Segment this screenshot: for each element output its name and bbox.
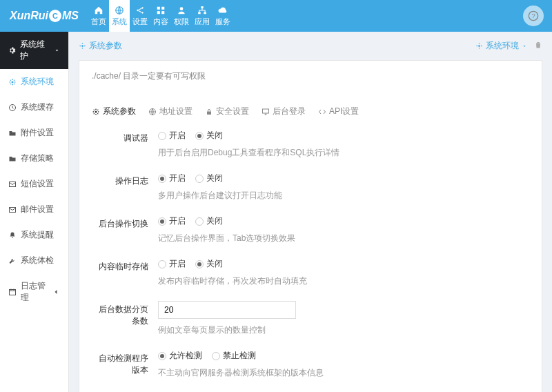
nav-user[interactable]: 权限 xyxy=(171,0,192,32)
code-icon xyxy=(318,108,326,116)
bell-icon xyxy=(8,231,17,239)
gear-icon xyxy=(475,42,483,50)
nav-th[interactable]: 内容 xyxy=(150,0,171,32)
sidebar-header[interactable]: 系统维护 xyxy=(0,32,68,69)
nav-label: 应用 xyxy=(195,17,210,27)
radio-off[interactable]: 关闭 xyxy=(195,215,223,227)
svg-point-21 xyxy=(95,110,97,112)
chevron-down-icon xyxy=(54,47,60,54)
sidebar-item[interactable]: 系统体检 xyxy=(0,248,68,273)
main-panel: ./cache/ 目录一定要有可写权限 系统参数地址设置安全设置后台登录API设… xyxy=(79,60,542,392)
radio-off[interactable]: 关闭 xyxy=(195,130,223,141)
tab-code[interactable]: API设置 xyxy=(318,106,359,117)
hint: 用于后台启用Debug工具查看程序和SQL执行详情 xyxy=(158,147,529,159)
notice-bar: ./cache/ 目录一定要有可写权限 xyxy=(79,61,542,92)
gear-icon xyxy=(79,42,86,50)
radio-off[interactable]: 关闭 xyxy=(195,258,223,270)
breadcrumb[interactable]: 系统参数 xyxy=(79,40,122,52)
sidebar: 系统维护 系统环境系统缓存附件设置存储策略短信设置邮件设置系统提醒系统体检日志管… xyxy=(0,32,69,392)
svg-rect-5 xyxy=(161,6,164,9)
sidebar-item[interactable]: 附件设置 xyxy=(0,120,68,146)
svg-rect-24 xyxy=(263,109,269,113)
radio-on[interactable]: 开启 xyxy=(158,215,186,227)
globe-icon xyxy=(115,6,124,15)
radio-on[interactable]: 允许检测 xyxy=(158,350,202,362)
help-icon: ? xyxy=(528,10,539,21)
cloud-icon xyxy=(218,6,228,15)
nav-label: 首页 xyxy=(91,17,106,27)
tab-globe[interactable]: 地址设置 xyxy=(148,106,193,117)
user-icon xyxy=(177,6,186,15)
hint: 不主动向官网服务器检测系统框架的版本信息 xyxy=(158,367,529,379)
brand-logo: XunRuiCMS xyxy=(0,10,88,22)
nav-share[interactable]: 设置 xyxy=(130,0,150,32)
page-size-input[interactable] xyxy=(158,301,296,319)
svg-point-1 xyxy=(137,9,138,10)
tab-desktop[interactable]: 后台登录 xyxy=(262,106,306,117)
folder-icon xyxy=(8,155,17,163)
sidebar-item[interactable]: 日志管理 xyxy=(0,273,68,311)
svg-rect-18 xyxy=(10,290,16,295)
form-row-fyts: 后台数据分页条数例如文章每页显示的数量控制 xyxy=(92,301,529,343)
form-row-czrz: 操作日志开启关闭多用户操作后台建议打开日志功能 xyxy=(92,173,529,208)
sitemap-icon xyxy=(197,6,207,15)
svg-rect-6 xyxy=(157,11,160,14)
nav-home[interactable]: 首页 xyxy=(88,0,109,32)
sidebar-item[interactable]: 存储策略 xyxy=(0,146,68,171)
nav-label: 服务 xyxy=(215,17,230,27)
env-link[interactable]: 系统环境 xyxy=(475,40,527,52)
content-area: 系统参数 系统环境 ./cache/ 目录一定要有可写权限 系统参数地址设置安全… xyxy=(69,32,552,392)
form-row-lscc: 内容临时存储开启关闭发布内容临时存储，再次发布时自动填充 xyxy=(92,258,529,294)
tab-lock[interactable]: 安全设置 xyxy=(205,106,249,117)
sidebar-item[interactable]: 短信设置 xyxy=(0,171,68,197)
label: 后台数据分页条数 xyxy=(92,301,158,343)
svg-point-8 xyxy=(180,7,184,10)
hint: 多用户操作后台建议打开日志功能 xyxy=(158,190,529,202)
nav-globe[interactable]: 系统 xyxy=(109,0,130,32)
radio-on[interactable]: 开启 xyxy=(158,130,186,141)
trash-button[interactable] xyxy=(534,41,542,51)
radio-on[interactable]: 开启 xyxy=(158,258,186,270)
svg-rect-10 xyxy=(198,12,201,14)
gear-icon xyxy=(8,46,16,55)
svg-point-19 xyxy=(81,45,83,47)
svg-rect-11 xyxy=(204,12,206,14)
svg-rect-9 xyxy=(201,6,204,8)
mail-icon xyxy=(8,180,17,188)
mail-icon xyxy=(8,206,17,214)
svg-point-14 xyxy=(12,81,14,83)
tabs: 系统参数地址设置安全设置后台登录API设置 xyxy=(92,99,529,130)
tab-gear[interactable]: 系统参数 xyxy=(92,106,136,117)
svg-point-2 xyxy=(141,7,143,8)
radio-off[interactable]: 禁止检测 xyxy=(212,350,256,362)
sidebar-item[interactable]: 系统缓存 xyxy=(0,95,68,120)
desktop-icon xyxy=(262,108,270,116)
label: 操作日志 xyxy=(92,173,158,208)
th-icon xyxy=(156,6,166,15)
form-row-tsq: 调试器开启关闭用于后台启用Debug工具查看程序和SQL执行详情 xyxy=(92,130,529,166)
settings-form: 调试器开启关闭用于后台启用Debug工具查看程序和SQL执行详情操作日志开启关闭… xyxy=(92,130,529,386)
trash-icon xyxy=(534,41,542,49)
radio-on[interactable]: 开启 xyxy=(158,173,186,184)
nav-cloud[interactable]: 服务 xyxy=(213,0,233,32)
nav-sitemap[interactable]: 应用 xyxy=(192,0,213,32)
sidebar-list: 系统环境系统缓存附件设置存储策略短信设置邮件设置系统提醒系统体检日志管理 xyxy=(0,69,68,311)
sidebar-item[interactable]: 系统提醒 xyxy=(0,222,68,248)
globe-icon xyxy=(148,108,157,116)
radio-off[interactable]: 关闭 xyxy=(195,173,223,184)
nav-label: 设置 xyxy=(132,17,148,27)
user-avatar[interactable]: ? xyxy=(523,6,544,26)
hint: 发布内容临时存储，再次发布时自动填充 xyxy=(158,275,529,287)
share-icon xyxy=(135,6,145,15)
content-topbar: 系统参数 系统环境 xyxy=(79,32,542,60)
nav-label: 内容 xyxy=(153,17,168,27)
form-row-htqh: 后台操作切换开启关闭记忆后台操作界面，Tab选项切换效果 xyxy=(92,215,529,251)
sidebar-item[interactable]: 系统环境 xyxy=(0,69,68,95)
sidebar-item[interactable]: 邮件设置 xyxy=(0,197,68,222)
nav-label: 系统 xyxy=(112,17,127,27)
label: 自动检测程序版本 xyxy=(92,350,158,386)
svg-point-20 xyxy=(478,45,480,47)
clock-icon xyxy=(8,104,17,112)
hint: 记忆后台操作界面，Tab选项切换效果 xyxy=(158,233,529,244)
lock-icon xyxy=(205,108,213,116)
